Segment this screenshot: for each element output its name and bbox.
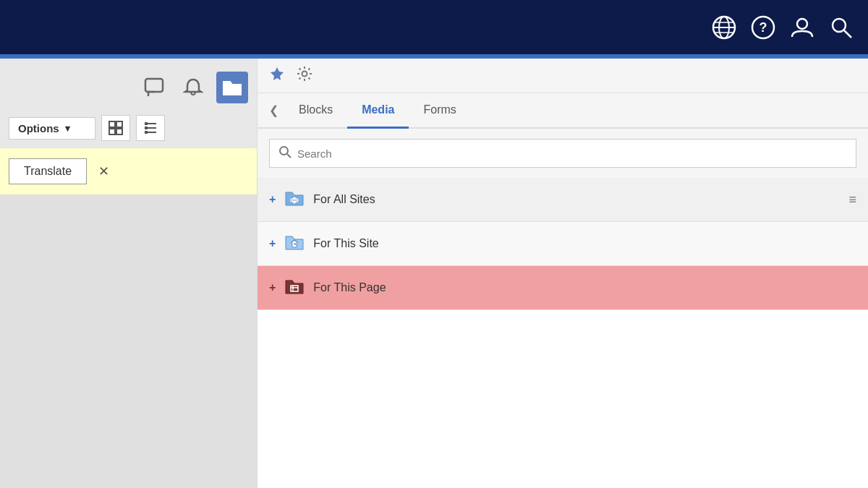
settings-icon[interactable]: [297, 66, 312, 85]
svg-line-9: [844, 30, 851, 38]
tab-blocks[interactable]: Blocks: [284, 93, 347, 129]
pin-icon[interactable]: [269, 66, 285, 85]
folder-button[interactable]: [216, 72, 248, 103]
svg-rect-14: [116, 129, 122, 134]
svg-rect-10: [145, 79, 163, 92]
icon-row: [0, 59, 257, 111]
this-site-label: For This Site: [313, 237, 856, 250]
svg-point-22: [280, 147, 288, 155]
list-view-button[interactable]: [136, 115, 165, 141]
translate-bar: Translate ✕: [0, 148, 257, 194]
search-icon[interactable]: [829, 15, 854, 40]
expand-this-site-icon[interactable]: +: [269, 237, 276, 250]
right-panel: ❮ Blocks Media Forms: [257, 59, 868, 488]
svg-point-21: [302, 72, 307, 77]
media-item-this-page[interactable]: + For This Page: [258, 266, 868, 310]
panel-content: [258, 310, 868, 488]
notification-button[interactable]: [177, 72, 209, 103]
svg-point-8: [833, 19, 846, 32]
close-translate-button[interactable]: ✕: [93, 160, 114, 182]
all-sites-menu-icon[interactable]: ≡: [848, 192, 856, 207]
search-icon: [278, 145, 292, 161]
svg-rect-19: [145, 127, 148, 129]
left-sidebar: Options ▾: [0, 59, 257, 488]
all-sites-label: For All Sites: [313, 193, 840, 206]
grid-view-button[interactable]: [101, 115, 130, 141]
collapse-panel-button[interactable]: ❮: [263, 95, 284, 126]
search-bar: [269, 139, 856, 168]
svg-rect-18: [145, 122, 148, 125]
svg-rect-13: [109, 129, 115, 134]
svg-rect-12: [116, 121, 122, 127]
svg-line-23: [287, 154, 291, 158]
panel-top-bar: [258, 59, 868, 93]
options-bar: Options ▾: [0, 111, 257, 145]
tab-row: ❮ Blocks Media Forms: [258, 93, 868, 129]
options-dropdown[interactable]: Options ▾: [9, 117, 95, 140]
comment-button[interactable]: [138, 72, 170, 103]
expand-all-sites-icon[interactable]: +: [269, 193, 276, 206]
help-icon[interactable]: ?: [751, 15, 775, 40]
user-icon[interactable]: [790, 15, 814, 40]
media-item-all-sites[interactable]: + For All Sites ≡: [258, 178, 868, 222]
options-label: Options: [18, 122, 59, 134]
svg-rect-11: [109, 121, 115, 127]
this-page-folder-icon: [284, 276, 305, 299]
translate-button[interactable]: Translate: [9, 158, 87, 184]
top-nav: ?: [0, 0, 868, 54]
all-sites-folder-icon: [284, 188, 305, 211]
dropdown-arrow-icon: ▾: [65, 123, 70, 134]
this-site-folder-icon: [284, 232, 305, 255]
tab-forms[interactable]: Forms: [409, 93, 470, 129]
svg-point-7: [797, 19, 807, 29]
expand-this-page-icon[interactable]: +: [269, 281, 276, 294]
search-input[interactable]: [297, 147, 847, 160]
media-list: + For All Sites ≡ +: [258, 178, 868, 310]
globe-icon[interactable]: [712, 15, 736, 40]
svg-rect-20: [145, 131, 148, 134]
sidebar-content: [0, 194, 257, 488]
svg-text:?: ?: [760, 20, 767, 35]
media-item-this-site[interactable]: + For This Site: [258, 222, 868, 266]
tab-media[interactable]: Media: [347, 93, 409, 129]
main-area: Options ▾: [0, 59, 868, 488]
this-page-label: For This Page: [313, 281, 856, 294]
